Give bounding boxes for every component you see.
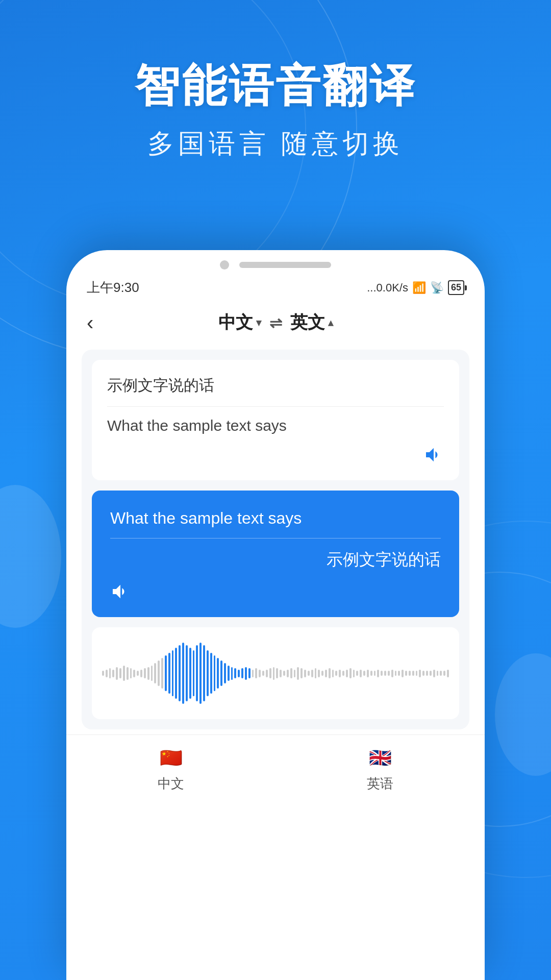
translation-card: 示例文字说的话 What the sample text says bbox=[92, 360, 459, 480]
waveform-bar bbox=[276, 668, 278, 678]
waveform-bar bbox=[353, 670, 355, 677]
waveform-bar bbox=[433, 670, 435, 677]
waveform-bar bbox=[262, 671, 264, 676]
source-language-selector[interactable]: 中文 ▾ bbox=[218, 311, 261, 334]
original-text: 示例文字说的话 bbox=[107, 375, 444, 407]
wifi-icon: 📡 bbox=[430, 281, 444, 295]
waveform-bar bbox=[199, 643, 202, 704]
background: 智能语音翻译 多国语言 随意切换 上午9:30 ...0.0K/s 📶 📡 65… bbox=[0, 0, 551, 980]
waveform-bar bbox=[189, 648, 191, 699]
waveform-bar bbox=[332, 670, 334, 677]
signal-icon: 📶 bbox=[412, 281, 426, 295]
waveform-bar bbox=[360, 670, 362, 677]
waveform-bar bbox=[214, 655, 216, 691]
translated-text: What the sample text says bbox=[107, 417, 444, 434]
waveform-bar bbox=[255, 668, 257, 678]
network-speed: ...0.0K/s bbox=[367, 281, 408, 295]
waveform-bar bbox=[377, 670, 379, 677]
result-bottom-text: 示例文字说的话 bbox=[110, 549, 441, 581]
waveform-bar bbox=[346, 670, 348, 677]
waveform-bar bbox=[238, 670, 240, 677]
waveform-bar bbox=[168, 653, 170, 694]
waveform-bar bbox=[443, 671, 445, 676]
waveform-bar bbox=[234, 668, 236, 678]
waveform-bar bbox=[419, 670, 421, 677]
waveform-bar bbox=[409, 671, 411, 676]
english-label: 英语 bbox=[367, 775, 393, 793]
waveform-bar bbox=[398, 671, 400, 676]
chinese-label: 中文 bbox=[158, 775, 184, 793]
waveform-bar bbox=[273, 667, 275, 680]
speaker-icon[interactable] bbox=[423, 445, 444, 465]
waveform-bar bbox=[137, 671, 139, 676]
waveform-bar bbox=[102, 671, 104, 676]
waveform-bar bbox=[422, 671, 424, 676]
waveform-bar bbox=[304, 670, 306, 677]
waveform-bar bbox=[161, 658, 163, 689]
waveform-bar bbox=[147, 667, 149, 680]
waveform-bar bbox=[367, 670, 369, 677]
waveform-bar bbox=[412, 671, 414, 676]
waveform-bar bbox=[158, 660, 160, 686]
waveform-bar bbox=[123, 666, 125, 681]
source-lang-label: 中文 bbox=[218, 311, 253, 334]
waveform-bar bbox=[231, 667, 233, 680]
nav-bar: ‹ 中文 ▾ ⇌ 英文 ▴ bbox=[66, 301, 485, 345]
waveform-bar bbox=[154, 663, 156, 683]
waveform-bar bbox=[349, 668, 352, 678]
waveform-bar bbox=[374, 671, 376, 676]
waveform-bar bbox=[283, 671, 285, 676]
status-right: ...0.0K/s 📶 📡 65 bbox=[367, 280, 464, 295]
waveform-bar bbox=[339, 670, 341, 677]
back-button[interactable]: ‹ bbox=[87, 311, 93, 334]
waveform-bar bbox=[245, 667, 247, 680]
waveform-bar bbox=[311, 670, 313, 677]
waveform-bar bbox=[287, 670, 289, 677]
target-lang-label: 英文 bbox=[290, 311, 325, 334]
waveform-bar bbox=[300, 668, 303, 678]
tab-chinese[interactable]: 🇨🇳 中文 bbox=[66, 745, 276, 793]
waveform-bar bbox=[447, 670, 449, 677]
waveform-bar bbox=[280, 670, 282, 677]
waveform-bar bbox=[363, 671, 365, 676]
waveform-bar bbox=[430, 671, 432, 676]
waveform-bar bbox=[144, 668, 146, 678]
tab-english[interactable]: 🇬🇧 英语 bbox=[276, 745, 485, 793]
waveform-bar bbox=[116, 667, 118, 680]
blob-left bbox=[0, 485, 61, 628]
waveform-bar bbox=[172, 650, 174, 696]
waveform-bar bbox=[384, 671, 386, 676]
swap-languages-button[interactable]: ⇌ bbox=[269, 314, 282, 332]
camera-dot bbox=[220, 260, 229, 270]
waveform-bar bbox=[241, 668, 243, 678]
english-flag: 🇬🇧 bbox=[367, 745, 393, 771]
speaker-white-icon[interactable] bbox=[110, 581, 131, 602]
waveform-bar bbox=[395, 671, 397, 676]
phone-speaker-bar bbox=[239, 262, 331, 268]
waveform-bar bbox=[370, 671, 372, 676]
chinese-flag: 🇨🇳 bbox=[158, 745, 184, 771]
waveform-bar bbox=[196, 645, 198, 701]
audio-waveform bbox=[102, 643, 449, 704]
target-language-selector[interactable]: 英文 ▴ bbox=[290, 311, 333, 334]
waveform-bar bbox=[329, 668, 331, 678]
waveform-bar bbox=[297, 667, 299, 680]
waveform-bar bbox=[106, 670, 108, 677]
waveform-bar bbox=[217, 658, 219, 689]
waveform-bar bbox=[416, 671, 418, 676]
header-section: 智能语音翻译 多国语言 随意切换 bbox=[0, 0, 551, 162]
waveform-bar bbox=[207, 650, 209, 696]
phone-top-bar bbox=[66, 250, 485, 275]
sub-title: 多国语言 随意切换 bbox=[0, 126, 551, 162]
speaker-icon-right bbox=[107, 445, 444, 465]
status-time: 上午9:30 bbox=[87, 279, 139, 297]
waveform-bar bbox=[356, 671, 358, 676]
waveform-bar bbox=[203, 645, 205, 701]
waveform-bar bbox=[405, 671, 407, 676]
result-card: What the sample text says 示例文字说的话 bbox=[92, 491, 459, 617]
waveform-bar bbox=[391, 670, 393, 677]
nav-title: 中文 ▾ ⇌ 英文 ▴ bbox=[218, 311, 333, 334]
waveform-area bbox=[92, 627, 459, 719]
result-top-text: What the sample text says bbox=[110, 509, 441, 538]
battery-indicator: 65 bbox=[448, 280, 464, 295]
